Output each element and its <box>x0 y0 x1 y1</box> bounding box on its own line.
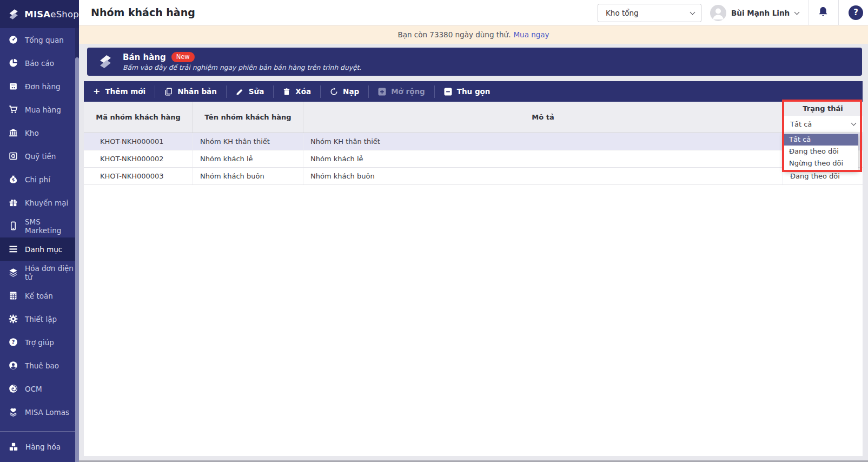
expand-button-label: Mở rộng <box>391 87 425 96</box>
notifications-button[interactable] <box>817 6 830 20</box>
collapse-button-label: Thu gọn <box>457 87 491 96</box>
header-divider <box>838 0 839 25</box>
table-row[interactable]: KHOT-NKH000002 Nhóm khách lẻ Nhóm khách … <box>84 150 863 168</box>
top-header: Nhóm khách hàng Kho tổng Bùi Mạnh Linh ? <box>79 0 868 25</box>
sidebar-item-hoa-don-dien-tu[interactable]: Hóa đơn điện tử <box>0 261 79 284</box>
sidebar-scrollbar-track[interactable] <box>75 28 79 462</box>
plus-icon: + <box>93 87 100 96</box>
cell-code: KHOT-NKH000001 <box>84 133 193 150</box>
promo-banner[interactable]: Bán hàng New Bấm vào đây để trải nghiệm … <box>87 48 862 76</box>
help-icon <box>9 338 18 347</box>
safe-icon <box>9 151 18 161</box>
sidebar-item-misa-lomas[interactable]: MISA Lomas <box>0 400 79 424</box>
calculator-icon <box>9 291 18 300</box>
app-logo[interactable]: MISAeShop <box>0 0 79 28</box>
sidebar-item-don-hang[interactable]: Đơn hàng <box>0 75 79 98</box>
person-icon <box>710 5 726 21</box>
sidebar-item-sms-marketing[interactable]: SMS Marketing <box>0 214 79 237</box>
sidebar-item-khuyen-mai[interactable]: Khuyến mại <box>0 191 79 214</box>
table-row[interactable]: KHOT-NKH000001 Nhóm KH thân thiết Nhóm K… <box>84 133 863 150</box>
sidebar-item-mua-hang[interactable]: Mua hàng <box>0 98 79 121</box>
header-divider <box>809 0 809 25</box>
promo-subtitle: Bấm vào đây để trải nghiệm ngay phiên bả… <box>123 64 361 71</box>
main-area: Nhóm khách hàng Kho tổng Bùi Mạnh Linh ?… <box>79 0 868 462</box>
sidebar-item-bao-cao[interactable]: Báo cáo <box>0 51 79 75</box>
add-button[interactable]: +Thêm mới <box>84 81 155 102</box>
misa-logo-icon <box>96 52 115 71</box>
sidebar-item-ocm[interactable]: OCM <box>0 377 79 400</box>
sidebar-item-hang-hoa[interactable]: Hàng hóa <box>0 431 79 462</box>
trash-icon <box>283 88 290 96</box>
sidebar-item-label: Tổng quan <box>25 36 64 44</box>
dropdown-option-all[interactable]: Tất cả <box>784 134 858 146</box>
reload-button[interactable]: Nạp <box>321 81 368 102</box>
cart-icon <box>9 105 18 114</box>
avatar[interactable] <box>710 5 726 21</box>
promo-text: Bán hàng New Bấm vào đây để trải nghiệm … <box>123 52 361 71</box>
duplicate-button-label: Nhân bản <box>177 87 217 96</box>
table-row[interactable]: KHOT-NKH000003 Nhóm khách buôn Nhóm khác… <box>84 168 863 185</box>
sidebar-item-chi-phi[interactable]: Chi phí <box>0 168 79 191</box>
order-icon <box>9 82 18 91</box>
sidebar-item-thue-bao[interactable]: Thuê bao <box>0 354 79 377</box>
column-header-code[interactable]: Mã nhóm khách hàng <box>84 102 193 133</box>
minus-square-icon <box>444 88 452 96</box>
pie-chart-icon <box>9 58 18 68</box>
question-mark-icon: ? <box>853 8 858 17</box>
sidebar-item-danh-muc[interactable]: Danh mục <box>0 237 79 261</box>
cell-code: KHOT-NKH000003 <box>84 168 193 184</box>
dropdown-option-following[interactable]: Đang theo dõi <box>784 146 858 157</box>
expand-button[interactable]: Mở rộng <box>369 81 434 102</box>
sidebar-item-tro-giup[interactable]: Trợ giúp <box>0 331 79 354</box>
duplicate-button[interactable]: Nhân bản <box>155 81 226 102</box>
customer-group-table: Mã nhóm khách hàng Tên nhóm khách hàng M… <box>84 102 863 456</box>
user-icon <box>9 361 18 370</box>
help-button[interactable]: ? <box>849 5 863 20</box>
store-selector-dropdown[interactable]: Kho tổng <box>598 4 701 22</box>
user-menu[interactable]: Bùi Mạnh Linh <box>731 0 799 25</box>
cell-name: Nhóm KH thân thiết <box>193 133 303 150</box>
column-header-status: Trạng thái Tất cả <box>783 102 863 133</box>
list-icon <box>9 245 18 254</box>
user-name-label: Bùi Mạnh Linh <box>731 9 790 17</box>
sidebar-item-label: Báo cáo <box>25 59 54 68</box>
copy-icon <box>164 88 173 96</box>
pencil-icon <box>236 88 244 96</box>
sidebar-item-tong-quan[interactable]: Tổng quan <box>0 28 79 51</box>
brand-bold: MISA <box>24 9 50 19</box>
status-column-label[interactable]: Trạng thái <box>783 102 863 116</box>
delete-button-label: Xóa <box>295 87 311 96</box>
bell-icon <box>817 6 830 18</box>
add-button-label: Thêm mới <box>105 87 145 96</box>
sidebar-item-label: Hàng hóa <box>25 443 61 451</box>
sidebar-item-label: Đơn hàng <box>25 82 61 91</box>
sidebar-item-thiet-lap[interactable]: Thiết lập <box>0 307 79 331</box>
column-header-description[interactable]: Mô tả <box>303 102 783 133</box>
new-badge: New <box>171 52 195 62</box>
spiral-icon <box>9 384 18 393</box>
trial-banner: Bạn còn 73380 ngày dùng thử. Mua ngay <box>79 25 868 44</box>
sidebar-item-quy-tien[interactable]: Quỹ tiền <box>0 144 79 168</box>
sidebar-item-label: SMS Marketing <box>25 217 79 235</box>
edit-button[interactable]: Sửa <box>227 81 273 102</box>
chevron-down-icon <box>690 10 695 15</box>
dropdown-option-stopped[interactable]: Ngừng theo dõi <box>784 157 858 169</box>
lomas-icon <box>9 407 18 417</box>
sidebar-item-label: Thiết lập <box>25 315 57 324</box>
collapse-button[interactable]: Thu gọn <box>435 81 500 102</box>
buy-now-link[interactable]: Mua ngay <box>513 30 549 39</box>
money-bag-icon <box>9 175 18 184</box>
cell-description: Nhóm khách lẻ <box>303 150 783 167</box>
sidebar-item-label: Kế toán <box>25 292 53 300</box>
sidebar-item-ke-toan[interactable]: Kế toán <box>0 284 79 307</box>
sidebar-item-kho[interactable]: Kho <box>0 121 79 144</box>
gift-icon <box>9 198 18 207</box>
status-filter-select[interactable]: Tất cả <box>783 116 863 133</box>
sidebar-item-label: MISA Lomas <box>25 408 69 417</box>
page-title: Nhóm khách hàng <box>91 0 195 25</box>
sidebar-scrollbar-thumb[interactable] <box>75 57 79 462</box>
sidebar-nav: Tổng quan Báo cáo Đơn hàng Mua hàng Kho … <box>0 28 79 424</box>
delete-button[interactable]: Xóa <box>274 81 320 102</box>
column-header-name[interactable]: Tên nhóm khách hàng <box>193 102 303 133</box>
phone-icon <box>9 221 18 230</box>
